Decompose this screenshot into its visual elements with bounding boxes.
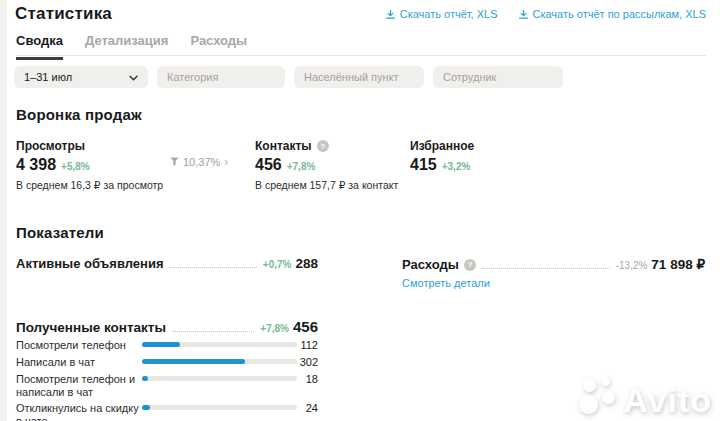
bar-label: Написали в чат (16, 355, 142, 370)
received-contacts-row: Полученные контакты +7,8% 456 (16, 318, 318, 335)
bar-label: Посмотрели телефон (16, 338, 142, 353)
bar-fill (142, 376, 148, 381)
contacts-value: 456 (255, 156, 282, 174)
bar-row-discount: Откликнулись на скидку в чате 24 (16, 401, 318, 421)
received-contacts-delta: +7,8% (260, 323, 289, 334)
received-contacts-label: Полученные контакты (16, 320, 166, 335)
active-ads-value: 288 (295, 256, 318, 271)
bar-label: Откликнулись на скидку в чате (16, 401, 142, 421)
tabs-divider (16, 55, 706, 56)
page-left-gutter (0, 0, 7, 421)
expenses-value: 71 898 ₽ (651, 256, 705, 272)
views-value: 4 398 (16, 156, 56, 174)
page-title: Статистика (15, 4, 112, 24)
bar-value: 18 (297, 372, 318, 399)
views-note: В среднем 16,3 ₽ за просмотр (16, 179, 163, 191)
views-delta: +5,8% (61, 161, 90, 172)
funnel-conversion-link[interactable]: 10,37% › (170, 155, 228, 169)
contacts-delta: +7,8% (287, 161, 316, 172)
funnel-card-contacts: Контакты ? 456 +7,8% В среднем 157,7 ₽ з… (255, 139, 398, 191)
bar-label: Посмотрели телефон и написали в чат (16, 372, 142, 399)
active-ads-delta: +0,7% (263, 259, 292, 270)
bar-track (142, 342, 297, 347)
download-mailing-report-label: Скачать отчёт по рассылкам, XLS (533, 8, 707, 20)
contacts-bar-chart: Посмотрели телефон 112 Написали в чат 30… (16, 338, 318, 421)
filter-bar: 1–31 июл Категория Населённый пункт Сотр… (14, 66, 563, 88)
employee-filter[interactable]: Сотрудник (433, 66, 563, 88)
bar-value: 24 (297, 401, 318, 421)
expenses-row: Расходы ? -13,2% 71 898 ₽ (402, 256, 705, 272)
funnel-card-views: Просмотры 4 398 +5,8% В среднем 16,3 ₽ з… (16, 139, 163, 191)
download-icon (385, 9, 396, 20)
bar-row-phone-and-chat: Посмотрели телефон и написали в чат 18 (16, 372, 318, 399)
bar-track (142, 405, 297, 410)
header-links: Скачать отчёт, XLS Скачать отчёт по расс… (385, 8, 706, 20)
avito-watermark: Avito (579, 377, 712, 415)
download-mailing-report-link[interactable]: Скачать отчёт по рассылкам, XLS (518, 8, 707, 20)
bar-track (142, 359, 297, 364)
chevron-right-icon: › (224, 155, 228, 169)
download-icon (518, 9, 529, 20)
location-filter[interactable]: Населённый пункт (294, 66, 424, 88)
indicators-heading: Показатели (16, 224, 104, 241)
received-contacts-value: 456 (293, 318, 318, 335)
expenses-details-link[interactable]: Смотреть детали (402, 277, 490, 289)
help-icon[interactable]: ? (317, 140, 329, 152)
favorites-delta: +3,2% (442, 161, 471, 172)
watermark-text: Avito (623, 386, 712, 415)
bar-row-phone: Посмотрели телефон 112 (16, 338, 318, 353)
contacts-label: Контакты (255, 139, 312, 153)
dotted-leader (172, 331, 254, 332)
funnel-card-favorites: Избранное 415 +3,2% (410, 139, 474, 174)
funnel-icon (170, 156, 179, 168)
help-icon[interactable]: ? (464, 259, 476, 271)
bar-value: 302 (297, 355, 318, 370)
period-filter[interactable]: 1–31 июл (14, 66, 148, 88)
funnel-heading: Воронка продаж (16, 106, 142, 123)
favorites-label: Избранное (410, 139, 474, 153)
contacts-note: В среднем 157,7 ₽ за контакт (255, 179, 398, 191)
views-label: Просмотры (16, 139, 163, 153)
category-filter[interactable]: Категория (157, 66, 285, 88)
period-filter-value: 1–31 июл (24, 71, 72, 83)
favorites-value: 415 (410, 156, 437, 174)
avito-logo-icon (579, 377, 617, 415)
dotted-leader (169, 267, 256, 268)
active-ads-row: Активные объявления +0,7% 288 (16, 256, 318, 271)
expenses-label: Расходы (402, 257, 459, 272)
bar-fill (142, 405, 150, 410)
bar-fill (142, 342, 180, 347)
bar-track (142, 376, 297, 381)
download-report-link[interactable]: Скачать отчёт, XLS (385, 8, 498, 20)
bar-value: 112 (297, 338, 318, 353)
bar-fill (142, 359, 245, 364)
dotted-leader (482, 268, 610, 269)
chevron-down-icon (129, 71, 138, 83)
bar-row-chat: Написали в чат 302 (16, 355, 318, 370)
funnel-conversion-value: 10,37% (183, 156, 220, 168)
expenses-delta: -13,2% (616, 260, 648, 271)
active-ads-label: Активные объявления (16, 256, 163, 271)
download-report-label: Скачать отчёт, XLS (400, 8, 498, 20)
